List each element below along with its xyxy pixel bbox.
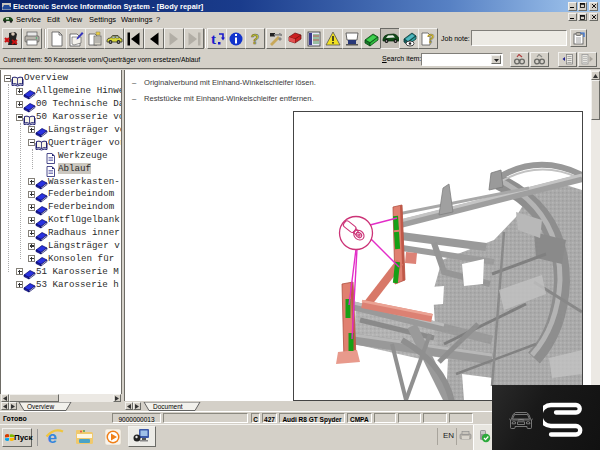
svg-text:?: ? [251, 31, 260, 47]
svg-text:t: t [211, 31, 216, 47]
svg-text:?: ? [427, 32, 434, 46]
